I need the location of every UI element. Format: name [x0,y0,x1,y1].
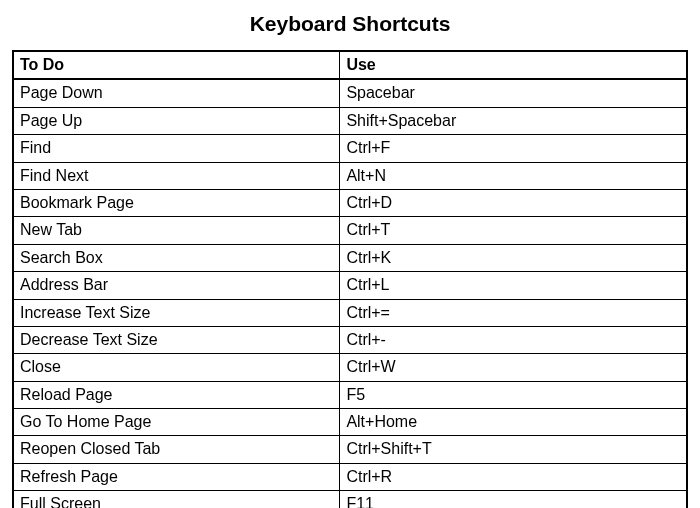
cell-use: Ctrl+Shift+T [340,436,687,463]
cell-todo: Reload Page [13,381,340,408]
cell-todo: Page Down [13,79,340,107]
table-row: CloseCtrl+W [13,354,687,381]
cell-todo: Find [13,135,340,162]
cell-use: Spacebar [340,79,687,107]
table-row: New TabCtrl+T [13,217,687,244]
page-title: Keyboard Shortcuts [12,12,688,36]
cell-use: Ctrl+R [340,463,687,490]
cell-todo: Search Box [13,244,340,271]
cell-todo: Increase Text Size [13,299,340,326]
cell-use: Ctrl+F [340,135,687,162]
cell-use: Shift+Spacebar [340,107,687,134]
table-row: Increase Text SizeCtrl+= [13,299,687,326]
cell-use: Ctrl+W [340,354,687,381]
table-row: Page UpShift+Spacebar [13,107,687,134]
shortcuts-table: To Do Use Page DownSpacebarPage UpShift+… [12,50,688,508]
table-row: Go To Home PageAlt+Home [13,409,687,436]
header-use: Use [340,51,687,79]
cell-todo: Bookmark Page [13,189,340,216]
cell-use: Ctrl+- [340,326,687,353]
table-row: Reopen Closed TabCtrl+Shift+T [13,436,687,463]
table-header-row: To Do Use [13,51,687,79]
table-row: Full ScreenF11 [13,491,687,508]
table-row: Bookmark PageCtrl+D [13,189,687,216]
header-todo: To Do [13,51,340,79]
cell-use: Ctrl+K [340,244,687,271]
table-row: Search BoxCtrl+K [13,244,687,271]
table-row: FindCtrl+F [13,135,687,162]
cell-use: Ctrl+= [340,299,687,326]
cell-use: Ctrl+D [340,189,687,216]
cell-todo: Full Screen [13,491,340,508]
table-row: Reload PageF5 [13,381,687,408]
cell-use: Alt+N [340,162,687,189]
table-row: Refresh PageCtrl+R [13,463,687,490]
cell-todo: Go To Home Page [13,409,340,436]
table-row: Address BarCtrl+L [13,272,687,299]
cell-todo: New Tab [13,217,340,244]
cell-todo: Address Bar [13,272,340,299]
table-row: Page DownSpacebar [13,79,687,107]
cell-use: Ctrl+T [340,217,687,244]
cell-todo: Refresh Page [13,463,340,490]
cell-use: F11 [340,491,687,508]
table-row: Decrease Text SizeCtrl+- [13,326,687,353]
table-row: Find NextAlt+N [13,162,687,189]
cell-todo: Find Next [13,162,340,189]
cell-todo: Reopen Closed Tab [13,436,340,463]
cell-todo: Close [13,354,340,381]
cell-todo: Page Up [13,107,340,134]
cell-use: Alt+Home [340,409,687,436]
cell-todo: Decrease Text Size [13,326,340,353]
cell-use: Ctrl+L [340,272,687,299]
cell-use: F5 [340,381,687,408]
